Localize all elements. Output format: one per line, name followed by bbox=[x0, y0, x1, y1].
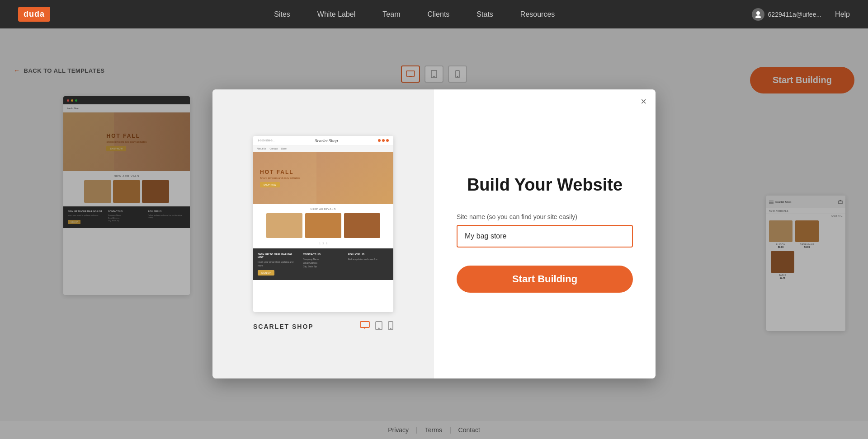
nav-resources[interactable]: Resources bbox=[520, 10, 555, 19]
svg-point-17 bbox=[378, 328, 379, 329]
top-navigation: duda Sites White Label Team Clients Stat… bbox=[0, 0, 868, 28]
nav-clients[interactable]: Clients bbox=[427, 10, 449, 19]
modal-left-panel: 1-555-555-5... Scarlet Shop About Us Con… bbox=[212, 89, 434, 378]
modal-overlay: × 1-555-555-5... Scarlet Shop bbox=[0, 28, 868, 439]
svg-point-1 bbox=[755, 15, 761, 18]
modal-close-button[interactable]: × bbox=[641, 97, 646, 107]
nav-stats[interactable]: Stats bbox=[476, 10, 493, 19]
site-name-input[interactable] bbox=[457, 225, 633, 248]
duda-logo[interactable]: duda bbox=[18, 7, 50, 22]
preview-nav: 1-555-555-5... Scarlet Shop bbox=[253, 136, 393, 146]
svg-point-0 bbox=[756, 11, 760, 15]
modal-template-name: SCARLET SHOP bbox=[253, 323, 314, 330]
preview-logo: Scarlet Shop bbox=[315, 138, 338, 143]
modal-tablet-icon[interactable] bbox=[375, 321, 382, 332]
preview-footer: SIGN UP TO OUR MAILING LIST Insert your … bbox=[253, 248, 393, 280]
modal-template-preview: 1-555-555-5... Scarlet Shop About Us Con… bbox=[253, 136, 393, 312]
start-building-modal-button[interactable]: Start Building bbox=[457, 266, 633, 293]
modal-device-icons bbox=[360, 321, 393, 332]
preview-hero: HOT FALL Sharp jempers and cozy attitude… bbox=[253, 152, 393, 204]
user-email: 6229411a@uifee... bbox=[768, 11, 822, 18]
modal-title: Build Your Website bbox=[467, 175, 623, 196]
modal-mobile-icon[interactable] bbox=[388, 321, 393, 332]
svg-point-19 bbox=[390, 328, 391, 329]
site-name-label: Site name (so you can find your site eas… bbox=[457, 213, 633, 220]
user-menu[interactable]: 6229411a@uifee... bbox=[752, 8, 822, 21]
user-avatar bbox=[752, 8, 764, 21]
nav-sites[interactable]: Sites bbox=[274, 10, 290, 19]
help-link[interactable]: Help bbox=[835, 10, 850, 19]
preview-new-arrivals: NEW ARRIVALS 1 2 bbox=[253, 204, 393, 248]
modal-right-panel: Build Your Website Site name (so you can… bbox=[434, 89, 656, 378]
nav-links: Sites White Label Team Clients Stats Res… bbox=[77, 10, 752, 19]
nav-team[interactable]: Team bbox=[382, 10, 400, 19]
nav-right: 6229411a@uifee... Help bbox=[752, 8, 850, 21]
nav-white-label[interactable]: White Label bbox=[317, 10, 356, 19]
build-website-modal: × 1-555-555-5... Scarlet Shop bbox=[212, 89, 656, 378]
svg-rect-13 bbox=[360, 322, 369, 327]
modal-desktop-icon[interactable] bbox=[360, 321, 370, 332]
